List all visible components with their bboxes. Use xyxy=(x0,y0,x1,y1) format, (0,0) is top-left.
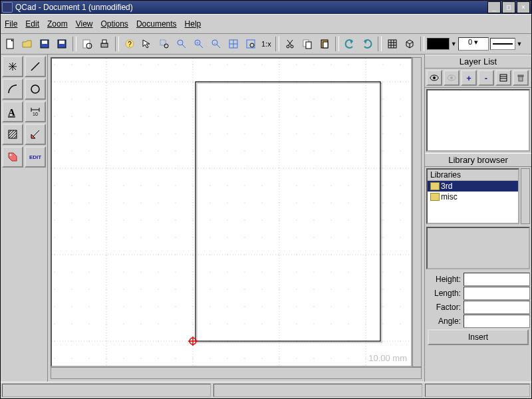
layer-remove-button[interactable]: - xyxy=(478,70,494,86)
paste-button[interactable] xyxy=(317,36,332,52)
open-button[interactable] xyxy=(19,36,35,52)
tool-point[interactable] xyxy=(2,56,23,77)
menu-edit[interactable]: Edit xyxy=(25,19,39,29)
zoom-auto-button[interactable] xyxy=(174,36,190,52)
close-button[interactable]: × xyxy=(517,1,530,13)
help-tip-button[interactable]: ? xyxy=(122,36,138,52)
svg-point-240 xyxy=(227,98,227,99)
toggle-grid-button[interactable] xyxy=(384,36,400,52)
svg-point-58 xyxy=(54,64,55,65)
svg-point-426 xyxy=(400,202,400,203)
svg-point-339 xyxy=(313,254,314,255)
layer-visible-icon[interactable] xyxy=(426,70,442,86)
print-button[interactable] xyxy=(96,36,112,52)
svg-point-379 xyxy=(348,323,348,324)
tool-tag[interactable] xyxy=(2,146,23,168)
tool-text[interactable]: A xyxy=(2,101,23,122)
length-input[interactable] xyxy=(464,287,530,300)
menu-zoom[interactable]: Zoom xyxy=(47,19,68,29)
layer-list[interactable] xyxy=(426,89,530,152)
maximize-button[interactable]: □ xyxy=(502,1,515,13)
svg-point-405 xyxy=(382,150,383,151)
copy-button[interactable] xyxy=(299,36,315,52)
library-root[interactable]: Libraries xyxy=(428,170,518,181)
insert-button[interactable]: Insert xyxy=(428,329,529,345)
print-preview-button[interactable] xyxy=(79,36,95,52)
layer-add-button[interactable]: + xyxy=(461,70,477,86)
color-dropdown-icon[interactable]: ▼ xyxy=(451,41,457,47)
layer-hidden-icon[interactable] xyxy=(444,70,460,86)
linetype-select[interactable] xyxy=(490,38,515,50)
main-area: A 10 EDIT 10.00 mm Layer List xyxy=(1,55,531,382)
undo-button[interactable] xyxy=(342,36,358,52)
zoom-pointer-button[interactable] xyxy=(139,36,155,52)
svg-point-364 xyxy=(348,64,348,65)
svg-point-101 xyxy=(88,185,89,186)
svg-point-169 xyxy=(158,116,158,116)
menu-options[interactable]: Options xyxy=(101,19,128,29)
zoom-redraw-button[interactable] xyxy=(243,36,259,52)
library-scrollbar[interactable] xyxy=(521,168,530,224)
vertical-scrollbar[interactable] xyxy=(412,57,422,367)
svg-point-111 xyxy=(88,358,89,358)
svg-point-406 xyxy=(382,168,383,168)
redo-button[interactable] xyxy=(359,36,375,52)
library-tree[interactable]: Libraries 3rd misc xyxy=(426,168,519,224)
zoom-out-button[interactable]: - xyxy=(208,36,224,52)
tool-line[interactable] xyxy=(25,56,46,77)
svg-point-314 xyxy=(296,133,297,134)
zoom-window-button[interactable] xyxy=(156,36,172,52)
height-input[interactable] xyxy=(464,273,530,286)
new-button[interactable] xyxy=(2,36,18,52)
menu-view[interactable]: View xyxy=(76,19,93,29)
svg-rect-7 xyxy=(101,43,108,47)
tool-dimension[interactable]: 10 xyxy=(25,101,46,122)
zoom-ratio-label[interactable]: 1:x xyxy=(260,40,273,48)
library-item-3rd[interactable]: 3rd xyxy=(428,181,518,192)
svg-point-150 xyxy=(140,98,141,99)
cut-button[interactable] xyxy=(282,36,298,52)
svg-point-219 xyxy=(192,358,193,358)
zoom-in-button[interactable]: + xyxy=(191,36,207,52)
menu-documents[interactable]: Documents xyxy=(136,19,177,29)
svg-point-256 xyxy=(244,64,245,65)
zoom-pan-button[interactable] xyxy=(225,36,241,52)
drawing-canvas[interactable]: 10.00 mm xyxy=(51,57,412,367)
factor-input[interactable] xyxy=(464,301,530,314)
statusbar xyxy=(1,382,531,398)
tool-measure[interactable] xyxy=(25,124,46,145)
toggle-3d-button[interactable] xyxy=(402,36,418,52)
svg-point-248 xyxy=(227,237,227,237)
save-button[interactable] xyxy=(37,36,53,52)
library-item-misc[interactable]: misc xyxy=(428,192,518,202)
horizontal-scrollbar[interactable] xyxy=(51,367,422,379)
length-label: Length: xyxy=(426,289,464,298)
menu-file[interactable]: File xyxy=(5,19,17,29)
layer-delete-button[interactable] xyxy=(513,70,529,86)
svg-point-348 xyxy=(331,98,331,99)
angle-input[interactable] xyxy=(464,315,530,328)
svg-point-71 xyxy=(54,289,55,289)
svg-point-123 xyxy=(106,254,106,255)
svg-point-215 xyxy=(192,289,193,289)
lineweight-select[interactable]: 0 ▾ xyxy=(458,37,489,51)
tool-hatch[interactable] xyxy=(2,124,23,145)
separator xyxy=(420,37,424,51)
linetype-dropdown-icon[interactable]: ▼ xyxy=(517,41,523,47)
svg-point-407 xyxy=(382,185,383,186)
layer-edit-button[interactable] xyxy=(495,70,511,86)
svg-point-397 xyxy=(365,323,366,324)
svg-point-278 xyxy=(261,133,262,134)
layer-toolbar: + - xyxy=(425,68,531,88)
svg-point-75 xyxy=(54,358,55,358)
minimize-button[interactable]: _ xyxy=(487,1,501,13)
tool-arc[interactable] xyxy=(2,78,23,100)
save-button-2[interactable] xyxy=(54,36,70,52)
tool-edit[interactable]: EDIT xyxy=(25,146,46,168)
menu-help[interactable]: Help xyxy=(185,19,201,29)
current-color-swatch[interactable] xyxy=(427,38,450,50)
svg-text:A: A xyxy=(8,107,15,118)
tool-circle[interactable] xyxy=(25,78,46,100)
svg-text:-: - xyxy=(214,40,216,46)
svg-point-68 xyxy=(54,237,55,237)
